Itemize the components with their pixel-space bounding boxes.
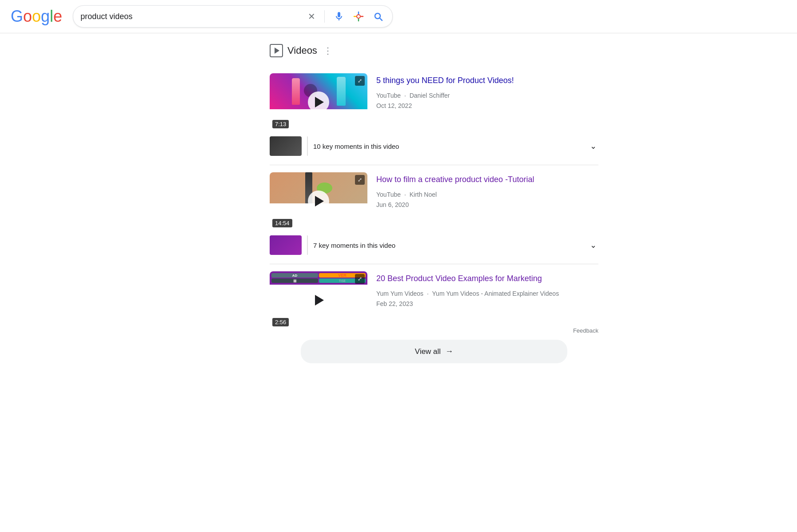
thumbnail-2[interactable]: ⤢ 14:54 <box>270 172 367 230</box>
image-search-button[interactable] <box>351 9 366 24</box>
header: Google product videos ✕ <box>0 0 797 33</box>
video-main-row-2: ⤢ 14:54 How to film a creative product v… <box>270 172 598 230</box>
search-bar[interactable]: product videos ✕ <box>73 5 393 28</box>
clear-button[interactable]: ✕ <box>306 9 317 24</box>
video-date-3: Feb 22, 2023 <box>376 300 413 307</box>
video-list: ⤢ 7:13 5 things you NEED for Product Vid… <box>270 66 598 336</box>
duration-1: 7:13 <box>272 120 289 128</box>
play-triangle-2 <box>315 196 324 206</box>
clear-icon: ✕ <box>308 11 315 22</box>
thumbnail-bg-3: AD VER ▦ TISE <box>270 271 367 285</box>
video-title-3[interactable]: 20 Best Product Video Examples for Marke… <box>376 273 598 284</box>
thumbnail-1[interactable]: ⤢ 7:13 <box>270 73 367 131</box>
video-meta-3: Yum Yum Videos · Yum Yum Videos - Animat… <box>376 289 598 309</box>
thumbnail-3[interactable]: AD VER ▦ TISE <box>270 271 367 329</box>
moment-divider-2 <box>307 235 308 255</box>
expand-moments-btn-1[interactable]: ⌄ <box>588 139 598 153</box>
video-item-3: AD VER ▦ TISE <box>270 264 598 336</box>
moment-thumb-2 <box>270 235 302 255</box>
feedback-link[interactable]: Feedback <box>573 327 598 334</box>
video-main-row-3: AD VER ▦ TISE <box>270 271 598 329</box>
moment-thumb-1 <box>270 136 302 156</box>
key-moments-row-1: 10 key moments in this video ⌄ <box>270 131 598 158</box>
play-button-3[interactable] <box>308 290 329 311</box>
search-icon-group: ✕ <box>306 9 385 24</box>
video-channel-3: Yum Yum Videos - Animated Explainer Vide… <box>432 290 559 297</box>
key-moments-text-2: 7 key moments in this video <box>313 242 583 249</box>
duration-3: 2:56 <box>272 318 289 326</box>
expand-icon-3[interactable]: ⤢ <box>355 274 365 284</box>
expand-icon-2[interactable]: ⤢ <box>355 175 365 185</box>
key-moments-row-2: 7 key moments in this video ⌄ <box>270 230 598 257</box>
video-main-row-1: ⤢ 7:13 5 things you NEED for Product Vid… <box>270 73 598 131</box>
view-all-label: View all <box>415 347 441 356</box>
video-meta-2: YouTube · Kirth Noel Jun 6, 2020 <box>376 190 598 210</box>
search-input[interactable]: product videos <box>80 12 301 21</box>
video-date-1: Oct 12, 2022 <box>376 102 412 109</box>
view-all-arrow: → <box>445 347 453 356</box>
video-source-2: YouTube <box>376 191 401 198</box>
divider <box>324 10 325 23</box>
videos-section-header: Videos ⋮ <box>270 44 598 57</box>
play-triangle-1 <box>315 97 324 107</box>
search-button[interactable] <box>371 9 385 24</box>
play-button-2[interactable] <box>308 191 329 212</box>
bottle-3 <box>337 77 346 106</box>
video-channel-1: Daniel Schiffer <box>410 92 450 99</box>
svg-point-0 <box>357 15 360 18</box>
lens-icon <box>353 11 364 22</box>
play-button-1[interactable] <box>308 91 329 113</box>
video-date-2: Jun 6, 2020 <box>376 201 409 208</box>
video-item-1: ⤢ 7:13 5 things you NEED for Product Vid… <box>270 66 598 165</box>
video-info-2: How to film a creative product video -Tu… <box>376 172 598 210</box>
video-source-3: Yum Yum Videos <box>376 290 423 297</box>
play-icon-small <box>275 48 279 54</box>
expand-moments-btn-2[interactable]: ⌄ <box>588 238 598 252</box>
video-channel-2: Kirth Noel <box>410 191 437 198</box>
video-section-icon <box>270 44 283 57</box>
voice-search-button[interactable] <box>332 9 346 24</box>
section-title: Videos <box>287 45 317 56</box>
view-all-section: Feedback View all → <box>270 340 598 363</box>
view-all-button[interactable]: View all → <box>301 340 567 363</box>
duration-2: 14:54 <box>272 219 292 227</box>
video-info-1: 5 things you NEED for Product Videos! Yo… <box>376 73 598 111</box>
video-title-1[interactable]: 5 things you NEED for Product Videos! <box>376 75 598 86</box>
video-title-2[interactable]: How to film a creative product video -Tu… <box>376 174 598 185</box>
expand-icon-1[interactable]: ⤢ <box>355 76 365 86</box>
video-info-3: 20 Best Product Video Examples for Marke… <box>376 271 598 309</box>
moment-divider-1 <box>307 136 308 156</box>
main-content: Videos ⋮ <box>199 33 598 374</box>
play-triangle-3 <box>315 295 324 306</box>
video-source-1: YouTube <box>376 92 401 99</box>
mic-icon <box>334 11 344 22</box>
bottle-1 <box>292 78 300 105</box>
video-meta-1: YouTube · Daniel Schiffer Oct 12, 2022 <box>376 91 598 111</box>
video-item-2: ⤢ 14:54 How to film a creative product v… <box>270 165 598 264</box>
search-icon <box>373 11 383 22</box>
key-moments-text-1: 10 key moments in this video <box>313 143 583 150</box>
google-logo: Google <box>11 7 62 26</box>
more-options-icon[interactable]: ⋮ <box>323 45 332 56</box>
